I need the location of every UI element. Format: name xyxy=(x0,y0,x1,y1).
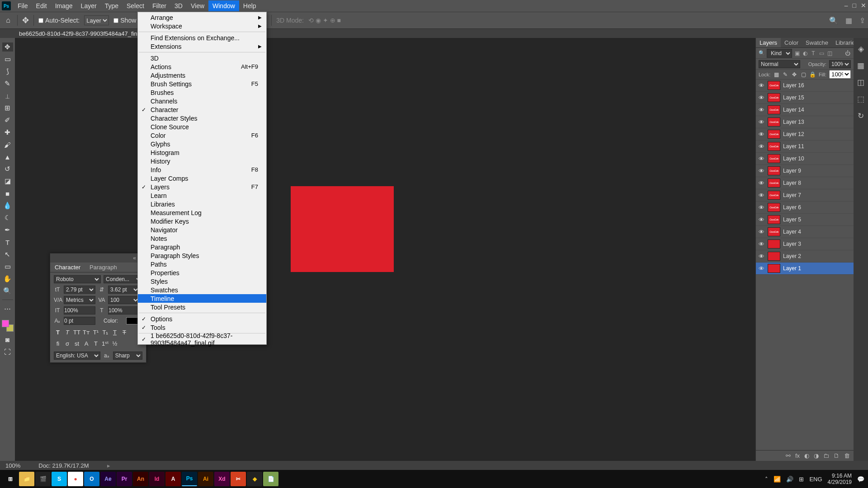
tab-paragraph[interactable]: Paragraph xyxy=(85,263,122,272)
visibility-icon[interactable]: 👁 xyxy=(758,253,765,260)
menu-item-swatches[interactable]: Swatches xyxy=(138,286,266,294)
tab-character[interactable]: Character xyxy=(50,263,85,272)
layer-thumbnail[interactable] xyxy=(768,239,780,249)
layer-row[interactable]: 👁Layer 4 xyxy=(756,226,854,238)
layer-thumbnail[interactable] xyxy=(768,130,780,139)
maximize-button[interactable]: □ xyxy=(853,2,856,9)
layer-thumbnail[interactable] xyxy=(768,264,780,273)
move-tool-icon[interactable]: ✥ xyxy=(22,15,29,25)
menu-item-paragraph-styles[interactable]: Paragraph Styles xyxy=(138,251,266,260)
layer-name[interactable]: Layer 10 xyxy=(783,155,804,162)
taskbar-app[interactable]: Xd xyxy=(214,472,230,486)
filter-smart-icon[interactable]: ◫ xyxy=(826,50,833,56)
font-family-select[interactable]: Roboto xyxy=(54,275,101,283)
layer-thumbnail[interactable] xyxy=(768,166,780,175)
menu-item-timeline[interactable]: Timeline xyxy=(138,294,266,303)
menu-item-actions[interactable]: ActionsAlt+F9 xyxy=(138,62,266,71)
character-panel[interactable]: «✕ Character Paragraph ≡ Roboto Conden..… xyxy=(50,253,146,363)
menu-item-measurement-log[interactable]: Measurement Log xyxy=(138,208,266,217)
layer-row[interactable]: 👁Layer 6 xyxy=(756,202,854,214)
layer-filter-kind[interactable]: Kind xyxy=(767,49,792,58)
marquee-tool[interactable]: ▭ xyxy=(2,55,13,64)
visibility-icon[interactable]: 👁 xyxy=(758,131,765,138)
layer-row[interactable]: 👁Layer 11 xyxy=(756,141,854,153)
layer-thumbnail[interactable] xyxy=(768,191,780,200)
tray-volume-icon[interactable]: 🔊 xyxy=(786,476,793,483)
layer-row[interactable]: 👁Layer 2 xyxy=(756,250,854,263)
panel-icon-3[interactable]: ◫ xyxy=(857,78,864,87)
menu-item-character-styles[interactable]: Character Styles xyxy=(138,114,266,122)
edit-toolbar[interactable]: ⋯ xyxy=(2,304,13,313)
italic-button[interactable]: T xyxy=(63,328,71,336)
filter-type-icon[interactable]: T xyxy=(810,50,816,56)
menu-3d[interactable]: 3D xyxy=(170,0,187,11)
visibility-icon[interactable]: 👁 xyxy=(758,119,765,126)
opentype-st[interactable]: st xyxy=(73,339,81,347)
menu-item-histogram[interactable]: Histogram xyxy=(138,148,266,157)
tracking-input[interactable]: 100 xyxy=(108,296,140,304)
close-button[interactable]: ✕ xyxy=(861,2,866,9)
home-icon[interactable]: ⌂ xyxy=(4,16,13,25)
layer-thumbnail[interactable] xyxy=(768,105,780,114)
layer-name[interactable]: Layer 8 xyxy=(783,180,801,186)
menu-item-styles[interactable]: Styles xyxy=(138,277,266,286)
menu-item-brush-settings[interactable]: Brush SettingsF5 xyxy=(138,80,266,88)
layer-row[interactable]: 👁Layer 13 xyxy=(756,116,854,128)
taskbar-app[interactable]: Ae xyxy=(100,472,116,486)
tray-wifi-icon[interactable]: 📶 xyxy=(774,476,781,483)
underline-button[interactable]: T xyxy=(111,328,119,336)
menu-item-libraries[interactable]: Libraries xyxy=(138,200,266,208)
taskbar-app[interactable]: Ps xyxy=(182,472,197,486)
visibility-icon[interactable]: 👁 xyxy=(758,143,765,150)
opentype-o[interactable]: σ xyxy=(63,339,71,347)
strike-button[interactable]: T xyxy=(120,328,128,336)
gradient-tool[interactable]: ■ xyxy=(2,189,13,198)
menu-item-channels[interactable]: Channels xyxy=(138,97,266,105)
menu-item-brushes[interactable]: Brushes xyxy=(138,88,266,97)
menu-filter[interactable]: Filter xyxy=(148,0,170,11)
bold-button[interactable]: T xyxy=(54,328,62,336)
taskbar-app[interactable]: A xyxy=(165,472,181,486)
taskbar-app[interactable]: Ai xyxy=(198,472,213,486)
layer-row[interactable]: 👁Layer 10 xyxy=(756,153,854,165)
layer-row[interactable]: 👁Layer 15 xyxy=(756,92,854,104)
layer-thumbnail[interactable] xyxy=(768,142,780,151)
tab-swatches[interactable]: Swatche xyxy=(802,38,832,47)
language-select[interactable]: English: USA xyxy=(54,352,100,360)
opentype-A[interactable]: A xyxy=(82,339,90,347)
tray-lang[interactable]: ENG xyxy=(809,476,822,483)
blend-mode-select[interactable]: Normal xyxy=(759,60,800,68)
taskbar-app[interactable]: O xyxy=(84,472,99,486)
tab-layers[interactable]: Layers xyxy=(756,38,781,47)
layer-name[interactable]: Layer 14 xyxy=(783,107,804,113)
layer-name[interactable]: Layer 5 xyxy=(783,216,801,223)
share-icon[interactable]: ⇪ xyxy=(859,16,865,25)
visibility-icon[interactable]: 👁 xyxy=(758,180,765,187)
menu-item-adjustments[interactable]: Adjustments xyxy=(138,71,266,80)
menu-type[interactable]: Type xyxy=(101,0,123,11)
opentype-fi[interactable]: fi xyxy=(54,339,62,347)
baseline-input[interactable] xyxy=(64,317,95,325)
auto-select-target[interactable]: Layer xyxy=(84,15,109,25)
move-tool[interactable]: ✥ xyxy=(2,42,13,52)
layer-row[interactable]: 👁Layer 5 xyxy=(756,214,854,226)
layer-row[interactable]: 👁Layer 9 xyxy=(756,165,854,177)
layer-thumbnail[interactable] xyxy=(768,252,780,261)
menu-help[interactable]: Help xyxy=(239,0,260,11)
menu-item-glyphs[interactable]: Glyphs xyxy=(138,140,266,148)
lock-position-icon[interactable]: ✎ xyxy=(782,71,788,78)
menu-item-character[interactable]: ✓Character xyxy=(138,105,266,114)
menu-item-modifier-keys[interactable]: Modifier Keys xyxy=(138,217,266,225)
filter-toggle-icon[interactable]: ⏻ xyxy=(844,50,851,56)
layer-name[interactable]: Layer 6 xyxy=(783,204,801,211)
menu-item-info[interactable]: InfoF8 xyxy=(138,165,266,174)
menu-item-tool-presets[interactable]: Tool Presets xyxy=(138,303,266,311)
layer-name[interactable]: Layer 2 xyxy=(783,253,801,259)
filter-shape-icon[interactable]: ▭ xyxy=(818,50,825,56)
visibility-icon[interactable]: 👁 xyxy=(758,216,765,223)
visibility-icon[interactable]: 👁 xyxy=(758,107,765,113)
layer-thumbnail[interactable] xyxy=(768,93,780,102)
brush-tool[interactable]: 🖌 xyxy=(2,140,13,149)
lock-artboard-icon[interactable]: ▢ xyxy=(800,71,807,78)
menu-file[interactable]: File xyxy=(14,0,32,11)
